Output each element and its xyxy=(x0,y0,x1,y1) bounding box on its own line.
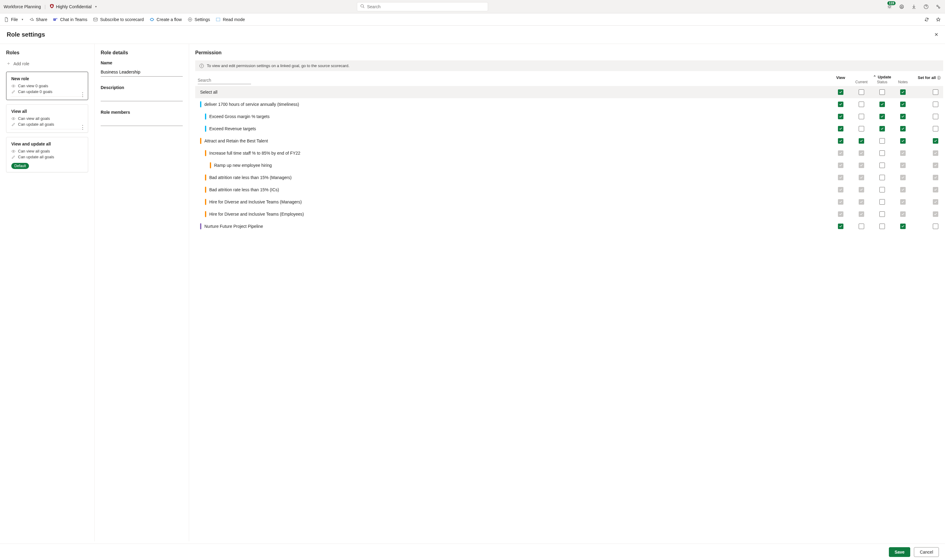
add-role-button[interactable]: ＋ Add role xyxy=(6,60,88,67)
checkbox[interactable] xyxy=(879,199,885,205)
notification-badge: 119 xyxy=(887,1,896,5)
sensitivity-dropdown[interactable]: Highly Confidential ▾ xyxy=(49,4,158,9)
file-menu[interactable]: File ▾ xyxy=(4,17,23,22)
goal-cell: Attract and Retain the Best Talent xyxy=(198,138,830,144)
share-icon xyxy=(29,17,34,22)
goal-cell: Hire for Diverse and Inclusive Teams (Ma… xyxy=(198,199,830,205)
share-button[interactable]: Share xyxy=(29,17,47,22)
checkbox[interactable] xyxy=(900,223,906,229)
settings-button[interactable]: Settings xyxy=(187,17,210,22)
checkbox[interactable] xyxy=(859,114,864,119)
checkbox[interactable] xyxy=(900,126,906,131)
checkbox[interactable] xyxy=(900,102,906,107)
checkbox[interactable] xyxy=(838,114,843,119)
checkbox[interactable] xyxy=(879,175,885,180)
role-more-icon[interactable]: ⋮ xyxy=(80,92,85,97)
svg-point-16 xyxy=(13,118,14,119)
checkbox[interactable] xyxy=(900,114,906,119)
refresh-icon[interactable] xyxy=(923,17,930,23)
file-icon xyxy=(4,17,9,22)
subscribe-icon xyxy=(93,17,98,22)
goal-label: Hire for Diverse and Inclusive Teams (Em… xyxy=(209,212,304,217)
chat-teams-button[interactable]: T Chat in Teams xyxy=(53,17,87,22)
checkbox[interactable] xyxy=(933,223,938,229)
plus-icon: ＋ xyxy=(6,60,11,67)
checkbox[interactable] xyxy=(879,211,885,217)
checkbox[interactable] xyxy=(900,89,906,95)
page-title: Role settings xyxy=(7,31,45,38)
goal-label: deliver 1700 hours of service annually (… xyxy=(205,102,299,107)
goal-color-bar xyxy=(205,114,206,120)
permission-search-input[interactable] xyxy=(198,77,251,84)
settings-icon[interactable] xyxy=(899,4,905,10)
role-card[interactable]: New role Can view 0 goals Can update 0 g… xyxy=(6,72,88,100)
checkbox[interactable] xyxy=(879,223,885,229)
checkbox[interactable] xyxy=(838,138,843,144)
subscribe-button[interactable]: Subscribe to scorecard xyxy=(93,17,144,22)
shield-icon xyxy=(49,4,54,9)
description-input[interactable] xyxy=(101,92,183,101)
checkbox xyxy=(859,175,864,180)
checkbox[interactable] xyxy=(879,138,885,144)
checkbox[interactable] xyxy=(859,138,864,144)
global-search[interactable] xyxy=(357,2,488,11)
notifications-icon[interactable]: 119 xyxy=(887,4,893,10)
role-card[interactable]: View all Can view all goals Can update a… xyxy=(6,104,88,133)
checkbox[interactable] xyxy=(879,163,885,168)
checkbox[interactable] xyxy=(879,126,885,131)
eye-icon xyxy=(11,117,15,121)
read-mode-button[interactable]: Read mode xyxy=(215,17,245,22)
checkbox[interactable] xyxy=(879,114,885,119)
checkbox[interactable] xyxy=(859,126,864,131)
checkbox[interactable] xyxy=(933,138,938,144)
col-view[interactable]: View xyxy=(830,75,851,80)
checkbox xyxy=(933,199,938,205)
feedback-icon[interactable] xyxy=(935,4,941,10)
teams-icon: T xyxy=(53,17,58,22)
checkbox[interactable] xyxy=(859,102,864,107)
permission-section-title: Permission xyxy=(195,50,943,55)
checkbox[interactable] xyxy=(838,102,843,107)
checkbox[interactable] xyxy=(879,89,885,95)
create-flow-button[interactable]: Create a flow xyxy=(149,17,182,22)
role-view-line: Can view all goals xyxy=(11,149,83,154)
svg-point-17 xyxy=(13,151,14,152)
subscribe-label: Subscribe to scorecard xyxy=(100,17,144,22)
checkbox[interactable] xyxy=(879,150,885,156)
checkbox[interactable] xyxy=(933,102,938,107)
goal-color-bar xyxy=(200,223,201,229)
close-button[interactable]: ✕ xyxy=(934,32,938,37)
svg-point-0 xyxy=(361,5,363,7)
checkbox[interactable] xyxy=(859,89,864,95)
role-update-line: Can update all goals xyxy=(11,155,83,159)
global-search-input[interactable] xyxy=(367,4,485,9)
checkbox[interactable] xyxy=(859,223,864,229)
checkbox[interactable] xyxy=(933,114,938,119)
download-icon[interactable] xyxy=(911,4,917,10)
role-more-icon[interactable]: ⋮ xyxy=(80,125,85,130)
role-card[interactable]: View and update all Can view all goals C… xyxy=(6,137,88,172)
goal-label: Bad attrition rate less than 15% (ICs) xyxy=(209,187,279,192)
chevron-down-icon: ▾ xyxy=(22,18,23,21)
checkbox[interactable] xyxy=(838,89,843,95)
col-update[interactable]: ⌃ Update xyxy=(873,75,891,79)
checkbox xyxy=(933,175,938,180)
help-icon[interactable] xyxy=(923,4,929,10)
goal-cell: Hire for Diverse and Inclusive Teams (Em… xyxy=(198,211,830,217)
checkbox[interactable] xyxy=(933,126,938,131)
checkbox[interactable] xyxy=(879,187,885,192)
checkbox xyxy=(900,187,906,192)
name-input[interactable] xyxy=(101,68,183,77)
checkbox[interactable] xyxy=(900,138,906,144)
col-setall[interactable]: Set for all i xyxy=(913,75,941,80)
checkbox[interactable] xyxy=(933,89,938,95)
checkbox[interactable] xyxy=(879,102,885,107)
checkbox xyxy=(933,211,938,217)
svg-point-13 xyxy=(188,18,192,22)
members-input[interactable] xyxy=(101,117,183,126)
favorite-icon[interactable] xyxy=(935,17,941,23)
checkbox[interactable] xyxy=(838,223,843,229)
details-section-title: Role details xyxy=(101,50,183,55)
svg-text:T: T xyxy=(54,18,55,20)
checkbox[interactable] xyxy=(838,126,843,131)
